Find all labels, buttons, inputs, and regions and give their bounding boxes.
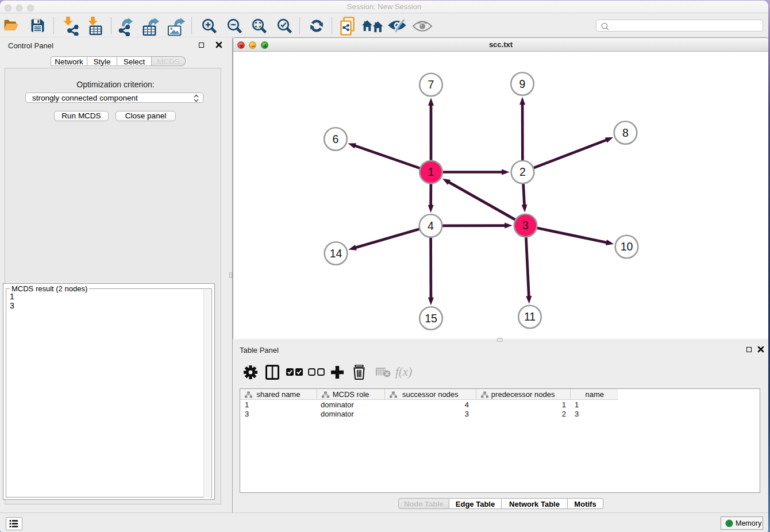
svg-text:8: 8 bbox=[622, 126, 629, 139]
svg-text:9: 9 bbox=[519, 78, 526, 90]
svg-text:1: 1 bbox=[428, 165, 434, 178]
svg-text:6: 6 bbox=[333, 133, 339, 145]
svg-text:2: 2 bbox=[519, 165, 526, 178]
svg-text:7: 7 bbox=[428, 78, 434, 91]
svg-text:3: 3 bbox=[522, 219, 529, 232]
svg-text:14: 14 bbox=[330, 247, 342, 260]
svg-text:4: 4 bbox=[428, 219, 434, 232]
svg-text:15: 15 bbox=[425, 312, 437, 325]
svg-text:10: 10 bbox=[621, 240, 633, 253]
svg-text:11: 11 bbox=[524, 310, 536, 323]
